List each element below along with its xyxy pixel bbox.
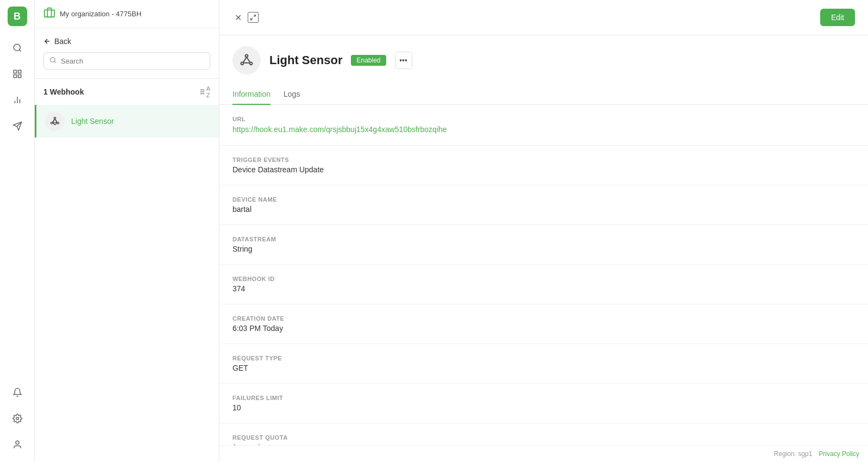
svg-line-27 [55,119,57,122]
info-field-label: URL [232,116,855,122]
nav-rail: B [0,0,35,462]
search-input[interactable] [61,57,204,65]
sidebar-list-header: 1 Webhook AZ [35,79,219,105]
svg-point-25 [57,122,59,124]
info-field-value: bartal [232,205,855,214]
webhook-title: Light Sensor [269,53,342,67]
info-field-label: DATASTREAM [232,236,855,242]
info-section-creation-date: CREATION DATE6:03 PM Today [219,304,868,344]
info-section-request-type: REQUEST TYPEGET [219,344,868,384]
edit-button[interactable]: Edit [820,9,855,26]
info-section-datastream: DATASTREAMString [219,225,868,265]
info-section-device-name: DEVICE NAMEbartal [219,185,868,225]
sidebar-items: Light Sensor [35,105,219,462]
back-button[interactable]: Back [43,37,210,46]
nav-chart-icon[interactable] [7,89,28,111]
more-options-button[interactable]: ••• [395,52,412,69]
svg-point-24 [51,122,53,124]
svg-rect-4 [14,75,16,78]
svg-point-23 [54,117,55,119]
app-logo[interactable]: B [8,7,27,26]
svg-rect-2 [14,70,16,73]
nav-grid-icon[interactable] [7,63,28,85]
svg-point-12 [16,441,19,444]
svg-rect-5 [18,75,21,78]
sort-button[interactable]: AZ [198,85,210,98]
nav-settings-icon[interactable] [7,408,28,429]
svg-line-16 [54,61,55,63]
info-section-request-quota: REQUEST QUOTA1 per minute [219,423,868,445]
svg-point-15 [51,58,55,63]
info-field-label: DEVICE NAME [232,196,855,203]
item-label: Light Sensor [71,117,114,126]
info-field-value: GET [232,364,855,372]
svg-point-33 [250,63,253,65]
info-field-label: CREATION DATE [232,315,855,322]
privacy-policy-link[interactable]: Privacy Policy [819,450,859,458]
tab-logs[interactable]: Logs [284,85,300,105]
svg-rect-13 [45,10,54,17]
tabs: Information Logs [219,79,868,105]
main-content: ✕ Edit Light Sensor Enabled ••• Informat… [219,0,868,462]
svg-line-34 [243,57,247,63]
svg-point-31 [246,55,248,58]
search-icon [49,57,56,65]
footer: Region: sgp1 Privacy Policy [219,445,868,462]
svg-point-11 [16,417,18,420]
item-webhook-icon [45,111,65,131]
svg-line-1 [19,49,21,51]
content-area: URLhttps://hook.eu1.make.com/qrsjsbbuj15… [219,105,868,445]
info-field-value: Device Datastream Update [232,165,855,174]
info-field-value: 10 [232,403,855,412]
window-controls: ✕ [232,12,259,23]
nav-search-icon[interactable] [7,37,28,59]
svg-rect-3 [18,70,21,73]
nav-user-icon[interactable] [7,434,28,455]
svg-line-26 [53,119,55,122]
list-title: 1 Webhook [43,88,84,96]
webhook-header: Light Sensor Enabled ••• [219,35,868,74]
info-field-value: String [232,245,855,253]
info-section-trigger-events: TRIGGER EVENTSDevice Datastream Update [219,146,868,185]
main-toolbar: ✕ Edit [219,0,868,35]
info-field-value[interactable]: https://hook.eu1.make.com/qrsjsbbuj15x4g… [232,125,447,134]
org-name: My organization - 4775BH [60,10,141,18]
info-field-value: 6:03 PM Today [232,324,855,333]
org-header: My organization - 4775BH [35,0,219,28]
svg-point-0 [14,44,20,51]
info-section-webhook-id: WEBHOOK ID374 [219,265,868,304]
info-field-label: REQUEST TYPE [232,355,855,361]
info-field-label: REQUEST QUOTA [232,434,855,441]
tab-information[interactable]: Information [232,85,271,105]
info-section-url: URLhttps://hook.eu1.make.com/qrsjsbbuj15… [219,105,868,146]
org-icon [43,7,55,21]
info-section-failures-limit: FAILURES LIMIT10 [219,384,868,423]
region-label: Region: sgp1 [774,450,813,458]
info-field-label: TRIGGER EVENTS [232,157,855,163]
sidebar-header: Back [35,28,219,79]
status-badge: Enabled [351,55,386,66]
nav-megaphone-icon[interactable] [7,382,28,403]
webhook-logo-icon [232,46,261,74]
sidebar-item-light-sensor[interactable]: Light Sensor [35,105,219,138]
svg-line-35 [247,57,250,63]
expand-button[interactable] [248,12,259,23]
svg-point-32 [241,63,244,65]
sidebar: My organization - 4775BH Back 1 Webhook … [35,0,219,462]
info-field-value: 374 [232,284,855,293]
back-label: Back [54,37,71,46]
search-box[interactable] [43,52,210,70]
close-button[interactable]: ✕ [232,12,243,23]
nav-send-icon[interactable] [7,115,28,137]
info-field-label: WEBHOOK ID [232,276,855,282]
info-field-label: FAILURES LIMIT [232,395,855,401]
